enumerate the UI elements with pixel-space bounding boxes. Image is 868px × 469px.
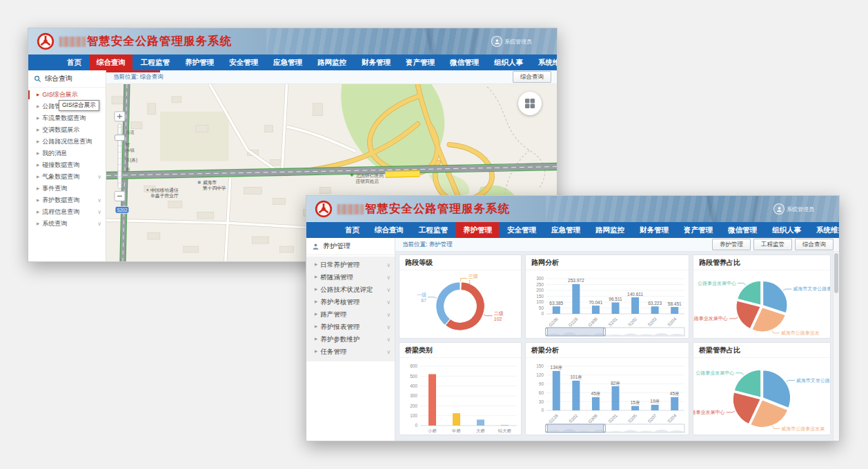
- bridge-category-bar-chart[interactable]: 0100200300400500600小桥中桥大桥特大桥: [400, 358, 521, 435]
- nav-item-1[interactable]: 综合查询: [90, 54, 132, 70]
- road-grade-donut-chart[interactable]: 三级1二级102一级67: [400, 270, 521, 338]
- user-menu[interactable]: 系统管理员: [491, 36, 532, 47]
- nav-item-8[interactable]: 资产管理: [677, 222, 720, 238]
- sidebar: 综合查询 ▶GIS综合展示▶公路管养▶车流量数据查询▶交调数据展示▶公路路况信息…: [28, 70, 106, 261]
- nav-item-9[interactable]: 微信管理: [721, 222, 764, 238]
- bridge-analysis-bar-chart[interactable]: 0306090120150134座G228101座S20245座G30882座S…: [526, 358, 689, 435]
- nav-item-2[interactable]: 工程监管: [134, 54, 177, 70]
- sidebar-item-5[interactable]: ▶我的消息: [28, 148, 106, 159]
- sidebar-item-5[interactable]: ▶养护报表管理∨: [306, 321, 395, 333]
- svg-text:G308: G308: [587, 412, 598, 423]
- corner-button-query[interactable]: 综合查询: [513, 71, 551, 83]
- search-icon: [34, 75, 41, 83]
- svg-text:G228: G228: [548, 412, 559, 423]
- panel-title: 路网分析: [526, 255, 689, 270]
- chevron-down-icon: ∨: [97, 221, 101, 227]
- arrow-right-icon: ▶: [37, 222, 39, 226]
- dashboard: 路段等级 三级1二级102一级67 路网分析 05010015020025030…: [395, 252, 839, 441]
- nav-item-11[interactable]: 系统维护: [531, 54, 558, 70]
- nav-item-4[interactable]: 安全管理: [500, 222, 543, 238]
- corner-button-0[interactable]: 养护管理: [712, 239, 751, 250]
- svg-text:S203: S203: [647, 316, 658, 327]
- nav-item-0[interactable]: 首页: [338, 222, 366, 238]
- sidebar-item-label: 养护考核管理: [320, 298, 359, 307]
- chevron-down-icon: ∨: [386, 337, 391, 343]
- road-maintenance-pie-chart[interactable]: 威海市文登公路事威海市公路事业发山公路事业发展中心公路事业发展中心: [693, 270, 830, 338]
- nav-item-4[interactable]: 安全管理: [222, 54, 265, 70]
- sidebar-item-2[interactable]: ▶车流量数据查询: [28, 112, 106, 124]
- sidebar-item-9[interactable]: ▶养护数据查询∨: [28, 194, 106, 206]
- corner-button-2[interactable]: 综合查询: [795, 239, 834, 250]
- nav-item-6[interactable]: 路网监控: [310, 54, 353, 70]
- svg-text:公路事业发展中心: 公路事业发展中心: [693, 410, 725, 415]
- user-icon: [491, 36, 502, 47]
- sidebar-item-7[interactable]: ▶任务管理∨: [306, 346, 395, 358]
- arrow-right-icon: ▶: [315, 300, 317, 304]
- svg-text:15座: 15座: [631, 400, 640, 405]
- svg-text:600: 600: [410, 363, 417, 368]
- svg-text:三级1: 三级1: [468, 274, 478, 284]
- svg-text:0: 0: [415, 423, 417, 428]
- svg-text:北国怀仁医药: 北国怀仁医药: [355, 173, 384, 179]
- scrollbar-thumb[interactable]: [834, 253, 838, 293]
- sidebar-item-8[interactable]: ▶事件查询: [28, 183, 106, 194]
- nav-item-6[interactable]: 路网监控: [589, 222, 631, 238]
- nav-item-7[interactable]: 财务管理: [355, 54, 397, 70]
- nav-item-11[interactable]: 系统维护: [809, 222, 840, 238]
- nav-item-10[interactable]: 组织人事: [765, 222, 808, 238]
- panel-title: 路段管养占比: [693, 255, 830, 270]
- nav-item-9[interactable]: 微信管理: [443, 54, 486, 70]
- nav-item-7[interactable]: 财务管理: [633, 222, 675, 238]
- nav-item-10[interactable]: 组织人事: [487, 54, 530, 70]
- nav-item-8[interactable]: 资产管理: [399, 54, 442, 70]
- sidebar-item-0[interactable]: ▶日常养护管理∨: [306, 259, 395, 271]
- sidebar-item-6[interactable]: ▶碰撞数据查询: [28, 159, 106, 171]
- panel-road-grade: 路段等级 三级1二级102一级67: [399, 255, 522, 339]
- svg-text:威海市公路事业发展: 威海市公路事业发展: [781, 426, 825, 432]
- svg-text:连锁百姓店: 连锁百姓店: [355, 179, 379, 184]
- nav-item-0[interactable]: 首页: [60, 54, 88, 70]
- svg-text:96.511: 96.511: [609, 297, 622, 301]
- svg-text:30: 30: [539, 399, 544, 404]
- panel-grid: 路段等级 三级1二级102一级67 路网分析 05010015020025030…: [399, 255, 834, 435]
- corner-button-1[interactable]: 工程监管: [753, 239, 792, 250]
- bridge-maintenance-pie-chart[interactable]: 威海市文登公路事威海市公路事业发展公路事业发展中心公路事业发展中心: [693, 358, 830, 435]
- nav-item-3[interactable]: 养护管理: [456, 222, 499, 238]
- nav-item-2[interactable]: 工程监管: [412, 222, 455, 238]
- screenshot-canvas: 智慧安全公路管理服务系统 系统管理员 首页综合查询工程监管养护管理安全管理应急管…: [0, 0, 868, 469]
- sidebar-item-10[interactable]: ▶流程信息查询∨: [28, 206, 106, 218]
- nav-item-5[interactable]: 应急管理: [266, 54, 309, 70]
- sidebar-item-7[interactable]: ▶气象数据查询∨: [28, 171, 106, 183]
- maintenance-icon: [312, 243, 319, 250]
- nav-item-5[interactable]: 应急管理: [544, 222, 587, 238]
- sidebar-item-3[interactable]: ▶交调数据展示: [28, 124, 106, 136]
- sidebar-item-label: 流程信息查询: [42, 208, 79, 217]
- app-title: 智慧安全公路管理服务系统: [87, 34, 232, 49]
- vertical-scrollbar[interactable]: [833, 252, 839, 441]
- svg-text:500: 500: [410, 374, 417, 379]
- sidebar-item-3[interactable]: ▶养护考核管理∨: [306, 296, 395, 308]
- map-layers-button[interactable]: [518, 92, 542, 115]
- svg-text:威海市: 威海市: [203, 180, 217, 186]
- user-menu[interactable]: 系统管理员: [773, 203, 814, 214]
- roadnet-bar-chart[interactable]: 05010015020025030063.385G206253.972G2287…: [526, 270, 689, 338]
- chevron-down-icon: ∨: [97, 197, 101, 203]
- sidebar-title: 综合查询: [45, 74, 72, 83]
- chevron-down-icon: ∨: [386, 349, 391, 355]
- sidebar-item-2[interactable]: ▶公路技术状况评定∨: [306, 283, 395, 296]
- svg-text:90: 90: [539, 381, 544, 386]
- sidebar-item-0[interactable]: ▶GIS综合展示: [28, 89, 106, 101]
- svg-text:70.041: 70.041: [589, 300, 602, 305]
- nav-item-1[interactable]: 综合查询: [368, 222, 411, 238]
- sidebar-item-6[interactable]: ▶养护参数维护∨: [306, 333, 395, 346]
- breadcrumb-bar: 当前位置: 养护管理 养护管理工程监管综合查询: [395, 238, 839, 252]
- sidebar-item-11[interactable]: ▶系统查询∨: [28, 218, 106, 230]
- arrow-right-icon: ▶: [37, 199, 39, 203]
- logo-icon: [315, 200, 333, 218]
- sidebar-item-4[interactable]: ▶路产管理∨: [306, 308, 395, 321]
- sidebar-item-1[interactable]: ▶桥隧涵管理∨: [306, 271, 395, 283]
- sidebar-item-4[interactable]: ▶公路路况信息查询: [28, 136, 106, 148]
- svg-text:S201: S201: [607, 412, 618, 423]
- nav-item-3[interactable]: 养护管理: [178, 54, 221, 70]
- svg-text:19座: 19座: [650, 399, 660, 403]
